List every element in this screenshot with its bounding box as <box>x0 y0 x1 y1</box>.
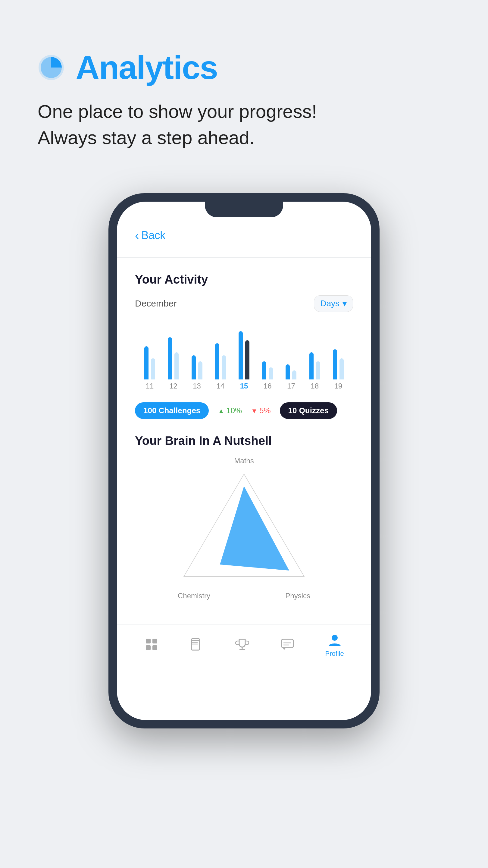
bar-label-18: 18 <box>311 382 319 390</box>
svg-marker-5 <box>220 486 289 570</box>
bar-group-19: 19 <box>333 325 344 390</box>
trophy-icon <box>235 637 250 652</box>
stats-row: 100 Challenges 10% 5% 10 Quizzes <box>135 402 353 419</box>
nav-item-chat[interactable] <box>280 637 295 654</box>
phone-outer: ‹ Back Your Activity December Days ▾ <box>108 193 380 728</box>
svg-rect-9 <box>153 645 157 650</box>
nav-item-profile[interactable]: Profile <box>325 633 344 658</box>
bar-right-18 <box>316 361 320 379</box>
phone-mockup: ‹ Back Your Activity December Days ▾ <box>0 193 488 728</box>
svg-rect-6 <box>146 639 151 644</box>
arrow-up-icon <box>218 406 224 415</box>
bar-label-14: 14 <box>216 382 224 390</box>
bar-group-17: 17 <box>286 325 296 390</box>
bar-group-15: 15 <box>238 325 250 390</box>
svg-rect-16 <box>281 639 293 648</box>
home-icon <box>144 637 159 652</box>
nav-label-profile: Profile <box>325 650 344 658</box>
stat-up: 10% <box>218 406 242 415</box>
chevron-left-icon: ‹ <box>135 229 139 242</box>
bar-left-12 <box>168 337 172 379</box>
chevron-down-icon: ▾ <box>343 299 347 309</box>
bar-right-12 <box>174 352 178 379</box>
radar-label-physics: Physics <box>285 592 310 600</box>
bar-left-15 <box>238 331 243 379</box>
bar-label-11: 11 <box>146 382 154 390</box>
bar-right-19 <box>339 358 344 379</box>
svg-rect-7 <box>153 639 157 644</box>
divider <box>117 257 371 258</box>
bar-right-11 <box>151 358 155 379</box>
radar-svg <box>178 468 310 589</box>
bar-right-17 <box>292 370 296 379</box>
bar-label-16: 16 <box>264 382 272 390</box>
bar-group-11: 11 <box>144 325 155 390</box>
radar-label-maths: Maths <box>234 457 254 465</box>
bar-group-14: 14 <box>215 325 226 390</box>
bar-label-15: 15 <box>240 382 248 390</box>
bar-right-14 <box>222 355 226 379</box>
profile-icon <box>327 633 342 648</box>
header-subtitle: One place to show your progress! Always … <box>38 98 450 151</box>
chat-icon <box>280 637 295 652</box>
activity-header: December Days ▾ <box>135 296 353 312</box>
book-icon <box>189 637 204 652</box>
title-row: Analytics <box>38 48 450 87</box>
bar-left-16 <box>262 361 266 379</box>
bar-left-18 <box>310 352 314 379</box>
bar-label-17: 17 <box>287 382 295 390</box>
bar-label-12: 12 <box>169 382 177 390</box>
bottom-nav: Profile <box>117 624 371 673</box>
bar-left-17 <box>286 364 290 379</box>
bar-left-14 <box>215 343 219 379</box>
analytics-pie-icon <box>38 54 65 81</box>
bar-group-12: 12 <box>168 325 178 390</box>
activity-title: Your Activity <box>135 273 353 286</box>
brain-title: Your Brain In A Nutshell <box>135 434 353 447</box>
arrow-down-icon <box>251 406 258 415</box>
nav-item-trophy[interactable] <box>235 637 250 654</box>
nav-item-book[interactable] <box>189 637 204 654</box>
bar-group-16: 16 <box>262 325 273 390</box>
brain-section: Your Brain In A Nutshell Maths <box>135 434 353 600</box>
radar-chart: Maths <box>135 457 353 600</box>
bar-label-19: 19 <box>334 382 343 390</box>
svg-rect-8 <box>146 645 151 650</box>
challenges-badge: 100 Challenges <box>135 402 209 419</box>
days-label: Days <box>320 299 339 308</box>
days-selector[interactable]: Days ▾ <box>314 296 353 312</box>
bar-chart: 11 12 <box>135 324 353 390</box>
header-section: Analytics One place to show your progres… <box>0 0 488 169</box>
month-label: December <box>135 299 176 309</box>
bar-label-13: 13 <box>193 382 201 390</box>
bar-left-13 <box>192 355 196 379</box>
back-label: Back <box>141 229 165 242</box>
stat-down: 5% <box>251 406 270 415</box>
quizzes-badge: 10 Quizzes <box>280 402 337 419</box>
page-title: Analytics <box>76 48 218 87</box>
bar-group-18: 18 <box>310 325 320 390</box>
svg-point-19 <box>332 635 338 641</box>
phone-screen: ‹ Back Your Activity December Days ▾ <box>117 202 371 720</box>
bar-left-11 <box>144 346 149 379</box>
radar-labels-bottom: Chemistry Physics <box>178 592 310 600</box>
activity-section: Your Activity December Days ▾ <box>135 273 353 419</box>
bar-right-15 <box>245 340 250 379</box>
bar-right-13 <box>198 361 202 379</box>
bar-right-16 <box>269 367 273 379</box>
back-button[interactable]: ‹ Back <box>135 229 353 242</box>
bar-left-19 <box>333 349 337 379</box>
radar-label-chemistry: Chemistry <box>178 592 210 600</box>
bar-group-13: 13 <box>192 325 202 390</box>
nav-item-home[interactable] <box>144 637 159 654</box>
phone-notch <box>205 202 283 217</box>
